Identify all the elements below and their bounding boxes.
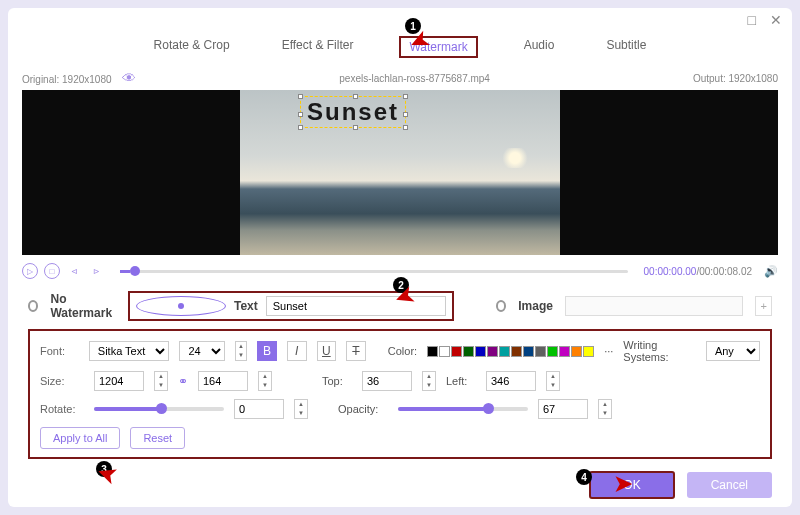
- underline-button[interactable]: U: [317, 341, 337, 361]
- no-watermark-label: No Watermark: [50, 292, 116, 320]
- font-label: Font:: [40, 345, 79, 357]
- arrow-4: ➤: [614, 471, 632, 497]
- tab-subtitle[interactable]: Subtitle: [600, 36, 652, 58]
- color-swatch[interactable]: [511, 346, 522, 357]
- bold-button[interactable]: B: [257, 341, 277, 361]
- prev-frame-button[interactable]: ⊲: [66, 263, 82, 279]
- info-bar: Original: 1920x1080 👁 pexels-lachlan-ros…: [8, 68, 792, 90]
- opacity-slider[interactable]: [398, 407, 528, 411]
- rotate-spinner[interactable]: ▲▼: [294, 399, 308, 419]
- time-display: 00:00:00.00/00:00:08.02: [644, 266, 752, 277]
- color-swatches: [427, 346, 594, 357]
- color-swatch[interactable]: [475, 346, 486, 357]
- watermark-text: Sunset: [307, 98, 399, 125]
- next-frame-button[interactable]: ⊳: [88, 263, 104, 279]
- radio-image[interactable]: [496, 300, 506, 312]
- play-button[interactable]: ▷: [22, 263, 38, 279]
- watermark-options: No Watermark Text 2 ➤ Image +: [8, 287, 792, 325]
- watermark-overlay[interactable]: Sunset: [300, 96, 406, 128]
- link-icon[interactable]: ⚭: [178, 374, 188, 388]
- color-swatch[interactable]: [427, 346, 438, 357]
- stop-button[interactable]: □: [44, 263, 60, 279]
- original-label: Original:: [22, 74, 59, 85]
- color-swatch[interactable]: [547, 346, 558, 357]
- radio-text[interactable]: [136, 296, 226, 316]
- color-swatch[interactable]: [463, 346, 474, 357]
- color-swatch[interactable]: [559, 346, 570, 357]
- sun-decoration: [500, 148, 530, 168]
- width-spinner[interactable]: ▲▼: [154, 371, 168, 391]
- font-family-select[interactable]: Sitka Text: [89, 341, 170, 361]
- filename: pexels-lachlan-ross-8775687.mp4: [339, 73, 490, 84]
- video-frame[interactable]: Sunset: [240, 90, 560, 255]
- color-swatch[interactable]: [571, 346, 582, 357]
- left-spinner[interactable]: ▲▼: [546, 371, 560, 391]
- left-label: Left:: [446, 375, 476, 387]
- writing-systems-label: Writing Systems:: [623, 339, 696, 363]
- style-panel: Font: Sitka Text 24 ▲▼ B I U T Color: ··…: [28, 329, 772, 459]
- volume-icon[interactable]: 🔊: [764, 265, 778, 278]
- color-swatch[interactable]: [499, 346, 510, 357]
- top-input[interactable]: [362, 371, 412, 391]
- watermark-text-input[interactable]: [266, 296, 446, 316]
- tab-audio[interactable]: Audio: [518, 36, 561, 58]
- output-info: Output: 1920x1080: [693, 73, 778, 84]
- image-path-input[interactable]: [565, 296, 743, 316]
- height-spinner[interactable]: ▲▼: [258, 371, 272, 391]
- width-input[interactable]: [94, 371, 144, 391]
- more-colors-button[interactable]: ···: [604, 345, 613, 357]
- rotate-label: Rotate:: [40, 403, 84, 415]
- text-label: Text: [234, 299, 258, 313]
- top-spinner[interactable]: ▲▼: [422, 371, 436, 391]
- height-input[interactable]: [198, 371, 248, 391]
- add-image-button[interactable]: +: [755, 296, 772, 316]
- color-swatch[interactable]: [451, 346, 462, 357]
- timeline-slider[interactable]: [120, 270, 628, 273]
- output-resolution: 1920x1080: [728, 73, 778, 84]
- font-size-spinner[interactable]: ▲▼: [235, 341, 248, 361]
- font-size-select[interactable]: 24: [179, 341, 224, 361]
- reset-button[interactable]: Reset: [130, 427, 185, 449]
- opacity-spinner[interactable]: ▲▼: [598, 399, 612, 419]
- top-label: Top:: [322, 375, 352, 387]
- editor-window: □ ✕ Rotate & Crop Effect & Filter Waterm…: [8, 8, 792, 507]
- image-label: Image: [518, 299, 553, 313]
- original-resolution: 1920x1080: [62, 74, 112, 85]
- rotate-input[interactable]: [234, 399, 284, 419]
- cancel-button[interactable]: Cancel: [687, 472, 772, 498]
- duration: 00:00:08.02: [699, 266, 752, 277]
- opacity-input[interactable]: [538, 399, 588, 419]
- writing-systems-select[interactable]: Any: [706, 341, 760, 361]
- color-swatch[interactable]: [523, 346, 534, 357]
- color-swatch[interactable]: [439, 346, 450, 357]
- original-info: Original: 1920x1080 👁: [22, 70, 136, 86]
- rotate-slider[interactable]: [94, 407, 224, 411]
- callout-4: 4: [576, 469, 592, 485]
- opacity-label: Opacity:: [338, 403, 388, 415]
- italic-button[interactable]: I: [287, 341, 307, 361]
- video-preview: Sunset: [22, 90, 778, 255]
- titlebar: □ ✕: [8, 8, 792, 32]
- color-swatch[interactable]: [487, 346, 498, 357]
- strike-button[interactable]: T: [346, 341, 366, 361]
- color-label: Color:: [388, 345, 417, 357]
- color-swatch[interactable]: [535, 346, 546, 357]
- preview-toggle-icon[interactable]: 👁: [122, 70, 136, 86]
- tab-effect-filter[interactable]: Effect & Filter: [276, 36, 360, 58]
- footer: 3 ➤ 4 ➤ OK Cancel: [8, 463, 792, 507]
- output-label: Output:: [693, 73, 726, 84]
- color-swatch[interactable]: [583, 346, 594, 357]
- maximize-button[interactable]: □: [748, 12, 756, 28]
- close-button[interactable]: ✕: [770, 12, 782, 28]
- left-input[interactable]: [486, 371, 536, 391]
- tab-rotate-crop[interactable]: Rotate & Crop: [148, 36, 236, 58]
- current-time: 00:00:00.00: [644, 266, 697, 277]
- radio-no-watermark[interactable]: [28, 300, 38, 312]
- apply-to-all-button[interactable]: Apply to All: [40, 427, 120, 449]
- size-label: Size:: [40, 375, 84, 387]
- tab-bar: Rotate & Crop Effect & Filter Watermark …: [8, 32, 792, 68]
